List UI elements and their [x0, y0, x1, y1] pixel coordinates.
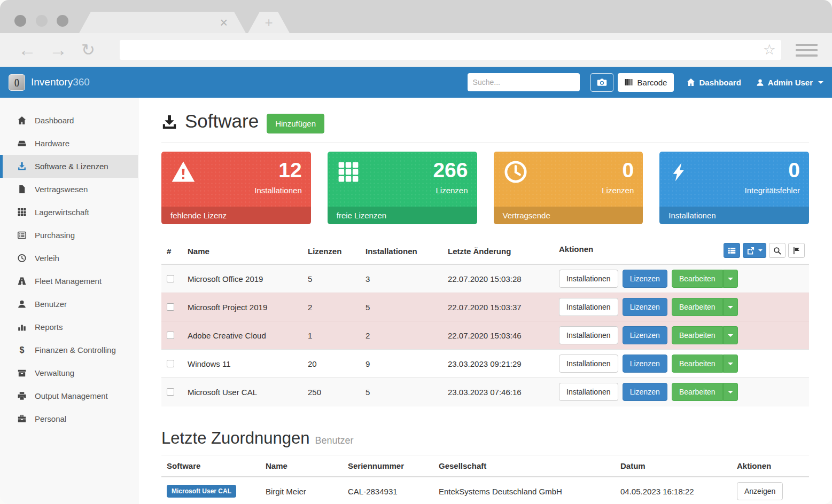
- installationen-button[interactable]: Installationen: [559, 326, 618, 344]
- app-navbar: () Inventory360 Barcode Dashboard Admin …: [0, 67, 832, 98]
- tab-close-icon[interactable]: ×: [220, 16, 228, 29]
- url-bar[interactable]: ☆: [120, 40, 781, 60]
- column-header-letzte-aenderung[interactable]: Letzte Änderung: [442, 239, 554, 264]
- printer-icon: [17, 391, 27, 400]
- road-icon: [17, 277, 27, 286]
- row-checkbox[interactable]: [167, 360, 174, 367]
- browser-new-tab-button[interactable]: +: [248, 12, 290, 33]
- column-header-seriennummer[interactable]: Seriennummer: [343, 455, 433, 477]
- bearbeiten-button-group: Bearbeiten: [672, 383, 738, 401]
- assignments-table-header-row: Software Name Seriennummer Gesellschaft …: [161, 455, 809, 477]
- file-icon: [17, 185, 27, 194]
- cell-lizenzen: 250: [302, 378, 360, 406]
- browser-tab-active[interactable]: ×: [79, 12, 246, 33]
- user-menu[interactable]: Admin User: [756, 78, 823, 87]
- column-header-gesellschaft[interactable]: Gesellschaft: [433, 455, 615, 477]
- app-logo[interactable]: (): [9, 74, 25, 91]
- installationen-button[interactable]: Installationen: [559, 355, 618, 373]
- bearbeiten-button[interactable]: Bearbeiten: [672, 326, 723, 344]
- row-checkbox[interactable]: [167, 303, 174, 311]
- stat-card-integrity-errors[interactable]: 0 Integritätsfehler Installationen: [659, 152, 809, 224]
- camera-scan-button[interactable]: [590, 73, 613, 92]
- navbar-dashboard-link[interactable]: Dashboard: [687, 78, 741, 87]
- sidebar-item-hardware[interactable]: Hardware: [0, 132, 138, 155]
- column-header-software[interactable]: Software: [161, 455, 260, 477]
- table-row: Adobe Creative Cloud 1 2 22.07.2020 15:0…: [161, 321, 809, 350]
- stat-card-free-licenses[interactable]: 266 Lizenzen freie Lizenzen: [328, 152, 477, 224]
- sidebar-item-lagerwirtschaft[interactable]: Lagerwirtschaft: [0, 201, 138, 224]
- row-checkbox[interactable]: [167, 275, 174, 282]
- software-badge[interactable]: Microsoft User CAL: [167, 485, 236, 498]
- bolt-icon: [669, 160, 689, 184]
- sidebar-item-vertragswesen[interactable]: Vertragswesen: [0, 178, 138, 201]
- stat-card-contract-end[interactable]: 0 Lizenzen Vertragsende: [494, 152, 643, 224]
- sidebar-item-label: Verleih: [35, 254, 59, 263]
- bearbeiten-dropdown-toggle[interactable]: [723, 383, 738, 401]
- lizenzen-button[interactable]: Lizenzen: [623, 326, 667, 344]
- list-view-button[interactable]: [724, 243, 740, 258]
- column-header-installationen[interactable]: Installationen: [360, 239, 442, 264]
- bearbeiten-button[interactable]: Bearbeiten: [672, 355, 723, 373]
- lizenzen-button[interactable]: Lizenzen: [623, 298, 667, 316]
- bookmark-star-icon[interactable]: ☆: [763, 43, 776, 57]
- cell-name: Microsoft Office 2019: [182, 264, 302, 293]
- sidebar-item-purchasing[interactable]: Purchasing: [0, 224, 138, 247]
- sidebar-item-verwaltung[interactable]: Verwaltung: [0, 361, 138, 384]
- sidebar-item-reports[interactable]: Reports: [0, 316, 138, 338]
- brand-title[interactable]: Inventory360: [31, 76, 90, 88]
- search-input[interactable]: [468, 73, 580, 91]
- stat-footer: fehlende Lizenz: [161, 207, 311, 224]
- stat-cards: 12 Installationen fehlende Lizenz 266 Li…: [161, 152, 809, 224]
- dollar-icon: $: [17, 345, 27, 355]
- bearbeiten-dropdown-toggle[interactable]: [723, 355, 738, 373]
- sidebar-item-software-lizenzen[interactable]: Software & Lizenzen: [0, 155, 138, 178]
- window-control-dot[interactable]: [57, 15, 68, 27]
- barcode-label: Barcode: [637, 78, 667, 87]
- table-toolbar: [724, 243, 805, 258]
- installationen-button[interactable]: Installationen: [559, 270, 618, 288]
- barcode-button[interactable]: Barcode: [618, 73, 674, 92]
- sidebar-item-fleet-management[interactable]: Fleet Management: [0, 270, 138, 293]
- add-software-button[interactable]: Hinzufügen: [267, 114, 324, 133]
- sidebar-item-output-management[interactable]: Output Management: [0, 384, 138, 407]
- bearbeiten-button-group: Bearbeiten: [672, 270, 738, 288]
- sidebar-item-finanzen-controlling[interactable]: $Finanzen & Controlling: [0, 338, 138, 361]
- stat-card-missing-license[interactable]: 12 Installationen fehlende Lizenz: [161, 152, 311, 224]
- column-header-datum[interactable]: Datum: [615, 455, 732, 477]
- bearbeiten-button[interactable]: Bearbeiten: [672, 383, 723, 401]
- bearbeiten-dropdown-toggle[interactable]: [723, 270, 738, 288]
- column-header-name[interactable]: Name: [182, 239, 302, 264]
- sidebar-item-personal[interactable]: Personal: [0, 407, 138, 430]
- stat-unit: Integritätsfehler: [668, 186, 800, 195]
- row-checkbox[interactable]: [167, 332, 174, 339]
- back-icon[interactable]: ←: [18, 33, 36, 67]
- column-header-name[interactable]: Name: [260, 455, 343, 477]
- table-search-button[interactable]: [769, 243, 786, 258]
- lizenzen-button[interactable]: Lizenzen: [623, 383, 667, 401]
- sidebar-item-benutzer[interactable]: Benutzer: [0, 293, 138, 316]
- cell-name: Birgit Meier: [260, 477, 343, 504]
- installationen-button[interactable]: Installationen: [559, 383, 618, 401]
- stat-footer: Installationen: [659, 207, 809, 224]
- window-control-dot[interactable]: [14, 15, 26, 27]
- assignments-table: Software Name Seriennummer Gesellschaft …: [161, 455, 809, 504]
- forward-icon[interactable]: →: [49, 33, 67, 67]
- reload-icon[interactable]: ↻: [81, 33, 95, 67]
- anzeigen-button[interactable]: Anzeigen: [737, 482, 783, 500]
- bearbeiten-dropdown-toggle[interactable]: [723, 298, 738, 316]
- column-header-lizenzen[interactable]: Lizenzen: [302, 239, 360, 264]
- sidebar-item-verleih[interactable]: Verleih: [0, 247, 138, 270]
- lizenzen-button[interactable]: Lizenzen: [623, 270, 667, 288]
- window-control-dot[interactable]: [36, 15, 48, 27]
- bearbeiten-dropdown-toggle[interactable]: [723, 326, 738, 344]
- lizenzen-button[interactable]: Lizenzen: [623, 355, 667, 373]
- column-header-hash[interactable]: #: [161, 239, 182, 264]
- sidebar-item-dashboard[interactable]: Dashboard: [0, 109, 138, 132]
- export-button[interactable]: [743, 243, 766, 258]
- row-checkbox[interactable]: [167, 388, 174, 396]
- bearbeiten-button[interactable]: Bearbeiten: [672, 270, 723, 288]
- installationen-button[interactable]: Installationen: [559, 298, 618, 316]
- bearbeiten-button[interactable]: Bearbeiten: [672, 298, 723, 316]
- flag-button[interactable]: [788, 243, 805, 258]
- browser-menu-icon[interactable]: [796, 44, 818, 60]
